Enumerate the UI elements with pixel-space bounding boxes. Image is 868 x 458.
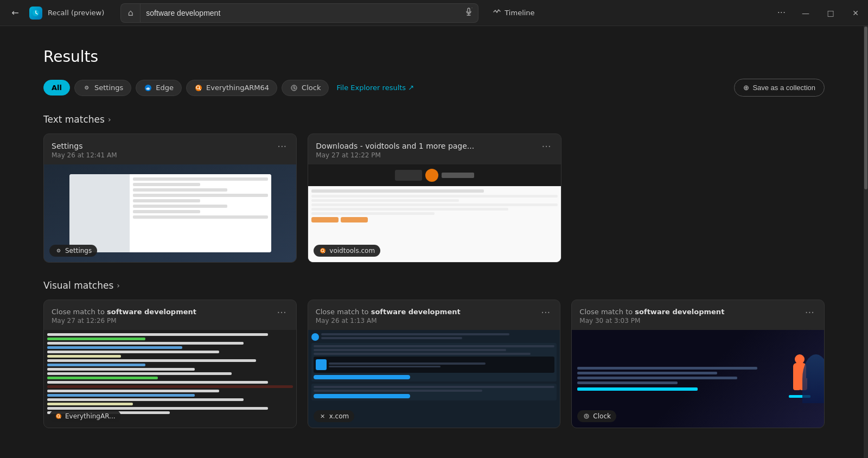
page-title: Results xyxy=(43,48,825,66)
visual-matches-chevron[interactable]: › xyxy=(117,281,120,290)
card-header: Downloads - voidtools and 1 more page...… xyxy=(308,134,560,164)
app-name: Recall (preview) xyxy=(48,9,104,17)
more-options-button[interactable]: ··· xyxy=(770,0,793,26)
clock-chip-icon xyxy=(290,84,298,92)
mic-icon xyxy=(464,8,473,18)
filter-everything-label: EverythingARM64 xyxy=(206,84,269,92)
badge-label: EverythingAR... xyxy=(65,412,116,420)
timeline-button[interactable]: Timeline xyxy=(493,8,534,18)
card-header: Close match to software development May … xyxy=(308,300,560,330)
badge-label: x.com xyxy=(329,412,349,420)
card-date: May 27 at 12:22 PM xyxy=(316,151,474,159)
badge-icon: ✕ xyxy=(319,412,327,420)
app-badge: ✕ x.com xyxy=(314,410,355,422)
filter-bar: All ⚙ Settings Edge Everyth xyxy=(43,79,825,97)
card-thumbnail: voidtools.com xyxy=(308,164,560,262)
badge-label: Settings xyxy=(65,247,92,255)
text-matches-chevron[interactable]: › xyxy=(108,115,111,124)
app-badge: ⚙ Settings xyxy=(49,245,97,257)
card-date: May 30 at 3:03 PM xyxy=(579,317,724,325)
save-collection-icon: ⊕ xyxy=(743,84,749,92)
card-more-button[interactable]: ··· xyxy=(803,308,816,317)
card-header: Close match to software development May … xyxy=(572,300,824,330)
titlebar: ← Recall (preview) ⌂ xyxy=(0,0,868,26)
badge-label: Clock xyxy=(593,412,611,420)
filter-clock-label: Clock xyxy=(302,84,321,92)
card-meta: Settings May 26 at 12:41 AM xyxy=(52,142,117,159)
visual-match-card-1[interactable]: Close match to software development May … xyxy=(43,300,297,428)
badge-icon xyxy=(55,412,62,420)
home-button[interactable]: ⌂ xyxy=(120,3,140,23)
card-subtitle: Close match to software development xyxy=(579,308,724,316)
badge-label: voidtools.com xyxy=(329,247,375,255)
card-thumbnail: EverythingAR... xyxy=(44,330,296,428)
card-more-button[interactable]: ··· xyxy=(275,308,289,317)
card-thumbnail: ⚙ Settings xyxy=(44,164,296,262)
card-thumbnail: ✕ x.com xyxy=(308,330,560,428)
text-match-card-downloads[interactable]: Downloads - voidtools and 1 more page...… xyxy=(308,133,561,263)
app-icon xyxy=(29,7,42,20)
card-more-button[interactable]: ··· xyxy=(275,142,289,151)
edge-chip-icon xyxy=(144,84,152,92)
text-matches-header: Text matches › xyxy=(43,114,825,125)
main-content: Results All ⚙ Settings Edge xyxy=(0,26,868,458)
badge-icon: ⚙ xyxy=(55,247,62,255)
filter-settings-label: Settings xyxy=(94,84,123,92)
window-controls: ··· — □ ✕ xyxy=(770,0,868,26)
home-icon: ⌂ xyxy=(128,8,133,18)
filter-edge-label: Edge xyxy=(156,84,174,92)
card-more-button[interactable]: ··· xyxy=(539,142,553,151)
visual-matches-title: Visual matches xyxy=(43,280,113,291)
filter-settings[interactable]: ⚙ Settings xyxy=(74,80,131,96)
card-date: May 26 at 12:41 AM xyxy=(52,151,117,159)
text-matches-title: Text matches xyxy=(43,114,105,125)
close-button[interactable]: ✕ xyxy=(843,0,868,26)
text-match-card-settings[interactable]: Settings May 26 at 12:41 AM ··· xyxy=(43,133,297,263)
minimize-button[interactable]: — xyxy=(793,0,818,26)
card-thumbnail: Clock xyxy=(572,330,824,428)
app-badge: voidtools.com xyxy=(314,245,380,257)
card-date: May 27 at 12:26 PM xyxy=(52,317,196,325)
text-matches-row: Settings May 26 at 12:41 AM ··· xyxy=(43,133,825,263)
filter-clock[interactable]: Clock xyxy=(282,80,329,96)
scrollbar-thumb[interactable] xyxy=(864,27,867,189)
settings-chip-icon: ⚙ xyxy=(82,84,91,92)
card-subtitle: Close match to software development xyxy=(316,308,461,316)
card-meta: Close match to software development May … xyxy=(52,308,196,325)
timeline-icon xyxy=(493,8,501,18)
visual-match-card-3[interactable]: Close match to software development May … xyxy=(571,300,825,428)
maximize-button[interactable]: □ xyxy=(818,0,843,26)
search-input[interactable] xyxy=(140,3,459,23)
filter-all[interactable]: All xyxy=(43,80,70,96)
badge-icon xyxy=(319,247,327,255)
app-badge: EverythingAR... xyxy=(49,410,121,422)
card-subtitle: Close match to software development xyxy=(52,308,196,316)
file-explorer-link[interactable]: File Explorer results ↗ xyxy=(336,84,414,92)
filter-all-label: All xyxy=(52,84,62,92)
card-title: Settings xyxy=(52,142,117,150)
card-meta: Downloads - voidtools and 1 more page...… xyxy=(316,142,474,159)
back-button[interactable]: ← xyxy=(7,4,24,22)
file-explorer-link-text: File Explorer results ↗ xyxy=(336,84,414,92)
app-badge: Clock xyxy=(577,410,616,422)
card-title: Downloads - voidtools and 1 more page... xyxy=(316,142,474,150)
everything-chip-icon xyxy=(194,84,203,92)
timeline-label: Timeline xyxy=(505,9,534,17)
mic-button[interactable] xyxy=(459,3,478,23)
card-header: Close match to software development May … xyxy=(44,300,296,330)
visual-match-card-2[interactable]: Close match to software development May … xyxy=(308,300,561,428)
save-collection-button[interactable]: ⊕ Save as a collection xyxy=(734,79,825,97)
badge-icon xyxy=(583,412,590,420)
visual-matches-header: Visual matches › xyxy=(43,280,825,291)
save-collection-label: Save as a collection xyxy=(752,84,815,92)
card-more-button[interactable]: ··· xyxy=(539,308,552,317)
card-meta: Close match to software development May … xyxy=(579,308,724,325)
card-meta: Close match to software development May … xyxy=(316,308,461,325)
scrollbar-track[interactable] xyxy=(864,26,868,458)
filter-edge[interactable]: Edge xyxy=(136,80,182,96)
search-bar: ⌂ xyxy=(120,3,478,23)
filter-everything[interactable]: EverythingARM64 xyxy=(186,80,277,96)
card-date: May 26 at 1:13 AM xyxy=(316,317,461,325)
card-header: Settings May 26 at 12:41 AM ··· xyxy=(44,134,296,164)
visual-matches-row: Close match to software development May … xyxy=(43,300,825,428)
